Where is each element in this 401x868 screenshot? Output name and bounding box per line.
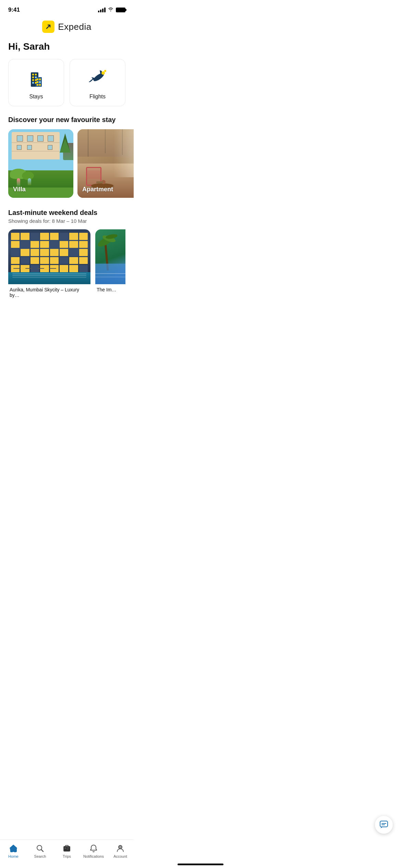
deals-section: Last-minute weekend deals Showing deals …: [0, 209, 134, 305]
app-header: Expedia: [0, 17, 134, 38]
apartment-label: Apartment: [82, 186, 113, 193]
status-icons: [98, 7, 125, 13]
svg-point-18: [101, 71, 105, 75]
flights-label: Flights: [89, 94, 106, 100]
deal-card-1[interactable]: Aurika, Mumbai Skycity – Luxury by…: [8, 229, 90, 299]
svg-rect-14: [39, 81, 41, 83]
svg-rect-16: [39, 84, 41, 86]
deal-card-1-name: Aurika, Mumbai Skycity – Luxury by…: [8, 284, 90, 299]
svg-rect-7: [32, 79, 34, 81]
discover-title: Discover your new favourite stay: [0, 116, 134, 129]
villa-label: Villa: [13, 186, 26, 193]
deals-title: Last-minute weekend deals: [8, 209, 125, 217]
stays-icon: [25, 68, 47, 89]
status-bar: 9:41: [0, 0, 134, 17]
deal-card-2-image: [95, 229, 125, 284]
svg-rect-8: [35, 79, 37, 81]
svg-point-19: [104, 70, 106, 72]
svg-rect-5: [32, 76, 34, 78]
deals-scroll: Aurika, Mumbai Skycity – Luxury by…: [8, 229, 125, 299]
property-type-scroll: Villa: [0, 129, 134, 209]
villa-card[interactable]: Villa: [8, 129, 73, 198]
greeting-text: Hi, Sarah: [0, 38, 134, 59]
stays-label: Stays: [29, 94, 43, 100]
stays-card[interactable]: Stays: [8, 59, 64, 106]
deal-card-2-name: The Im…: [95, 284, 125, 294]
svg-rect-3: [32, 74, 34, 75]
svg-rect-6: [35, 76, 37, 78]
svg-rect-12: [39, 79, 41, 80]
svg-rect-13: [37, 81, 38, 83]
deal-card-2[interactable]: The Im…: [95, 229, 125, 299]
svg-rect-2: [36, 77, 42, 87]
app-name: Expedia: [58, 22, 91, 32]
svg-rect-9: [32, 82, 34, 84]
svg-rect-11: [37, 79, 38, 80]
wifi-icon: [108, 7, 114, 13]
category-cards: Stays Flights: [0, 59, 134, 116]
status-time: 9:41: [8, 7, 20, 13]
expedia-logo: [42, 21, 54, 33]
battery-icon: [116, 8, 125, 12]
svg-rect-4: [35, 74, 37, 75]
flights-card[interactable]: Flights: [70, 59, 125, 106]
deal-card-1-image: [8, 229, 90, 284]
flights-icon: [87, 68, 109, 89]
deals-subtitle: Showing deals for: 8 Mar – 10 Mar: [8, 218, 125, 224]
signal-icon: [98, 8, 106, 12]
svg-rect-10: [35, 82, 37, 84]
svg-rect-15: [37, 84, 38, 86]
apartment-card[interactable]: Apartment: [77, 129, 134, 198]
